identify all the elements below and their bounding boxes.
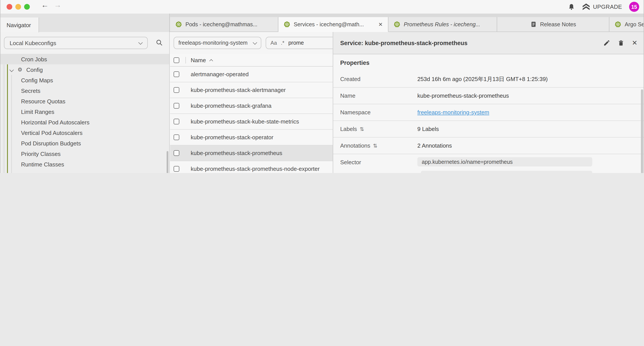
kubernetes-icon	[284, 21, 290, 27]
resource-tree: Cron Jobs ⚙ Config Config Maps	[0, 54, 169, 173]
row-checkbox[interactable]	[174, 119, 179, 124]
row-checkbox[interactable]	[174, 134, 179, 140]
maximize-window-button[interactable]	[24, 4, 30, 10]
property-row-namespace: Namespace freeleaps-monitoring-system	[333, 104, 644, 121]
row-checkbox[interactable]	[174, 166, 179, 172]
sort-toggle-icon[interactable]: ⇅	[373, 143, 377, 149]
sidebar-item[interactable]: Limit Ranges	[0, 106, 169, 117]
sidebar-item[interactable]: Cron Jobs	[0, 54, 169, 64]
tree-item-label: Config Maps	[21, 77, 53, 83]
cluster-tab[interactable]: Argo Se	[609, 17, 644, 32]
name-column-header[interactable]: Name	[191, 57, 206, 63]
cluster-tab[interactable]: Services - icecheng@math... ✕	[278, 17, 388, 32]
cluster-tab[interactable]: Release Notes	[497, 17, 609, 32]
search-icon[interactable]	[156, 39, 163, 46]
row-checkbox[interactable]	[174, 87, 179, 93]
close-icon[interactable]: ✕	[632, 39, 638, 47]
selector-chip[interactable]: operator.prometheus.io/name=kube-prometh…	[421, 171, 592, 173]
double-chevron-up-icon	[582, 3, 590, 10]
sidebar-item[interactable]: Leases	[0, 169, 169, 173]
app-window: ← → UPGRADE 15 Navigator	[0, 0, 644, 173]
tab-navigator[interactable]: Navigator	[0, 17, 39, 32]
header-divider	[186, 57, 186, 63]
property-row-labels: Labels⇅ 9 Labels	[333, 121, 644, 137]
tree-item-label: Runtime Classes	[21, 161, 64, 168]
tab-label: Release Notes	[540, 21, 576, 27]
tree-item-label: Vertical Pod Autoscalers	[21, 129, 82, 136]
sidebar-item[interactable]: Resource Quotas	[0, 96, 169, 106]
drawer-scrollbar[interactable]	[641, 89, 643, 173]
tree-chevron-icon[interactable]	[9, 68, 14, 71]
close-tab-icon[interactable]: ✕	[378, 21, 383, 27]
close-window-button[interactable]	[6, 4, 12, 10]
drawer-title: Service: kube-prometheus-stack-prometheu…	[340, 40, 468, 46]
row-checkbox[interactable]	[174, 150, 179, 156]
sidebar-item[interactable]: Secrets	[0, 85, 169, 96]
regex-toggle[interactable]: .*	[281, 40, 284, 46]
drawer-header: Service: kube-prometheus-stack-prometheu…	[333, 32, 644, 54]
kubeconfig-select[interactable]: Local Kubeconfigs	[4, 37, 148, 49]
sidebar-scrollbar[interactable]	[166, 151, 168, 173]
service-name: kube-prometheus-stack-alertmanager	[191, 87, 286, 93]
navigator-sidebar: Local Kubeconfigs	[0, 32, 170, 173]
forward-arrow-icon[interactable]: →	[54, 1, 62, 10]
sidebar-item[interactable]: Priority Classes	[0, 148, 169, 159]
cluster-tab[interactable]: Prometheus Rules - icecheng...	[388, 17, 497, 32]
tab-label: Argo Se	[625, 21, 644, 27]
property-row-annotations: Annotations⇅ 2 Annotations	[333, 137, 644, 154]
properties-section-heading: Properties	[333, 54, 644, 71]
tree-item-icon: ⚙	[17, 66, 23, 73]
sidebar-item[interactable]: Runtime Classes	[0, 159, 169, 169]
tree-item-label: Resource Quotas	[21, 98, 65, 104]
minimize-window-button[interactable]	[15, 4, 21, 10]
sidebar-item[interactable]: Horizontal Pod Autoscalers	[0, 117, 169, 127]
chevron-down-icon	[138, 40, 143, 44]
property-row-created: Created 253d 16h 6m ago (2025年1月13日 GMT+…	[333, 71, 644, 88]
property-row-selector: Selector app.kubernetes.io/name=promethe…	[333, 154, 644, 173]
cluster-tab[interactable]: Pods - icecheng@mathmas...	[170, 17, 278, 32]
search-input[interactable]: Aa .* prome	[266, 37, 340, 49]
kubernetes-icon	[394, 21, 400, 27]
property-row-name: Name kube-prometheus-stack-prometheus	[333, 88, 644, 104]
select-all-checkbox[interactable]	[174, 57, 179, 63]
service-name: kube-prometheus-stack-kube-state-metrics	[191, 118, 299, 125]
notifications-bell-icon[interactable]	[568, 3, 575, 11]
search-query: prome	[288, 40, 304, 46]
tree-item-label: Config	[26, 66, 43, 73]
tree-item-label: Priority Classes	[21, 150, 61, 157]
tab-label: Pods - icecheng@mathmas...	[186, 21, 257, 27]
service-name: kube-prometheus-stack-grafana	[191, 102, 272, 109]
sidebar-item[interactable]: Vertical Pod Autoscalers	[0, 127, 169, 138]
selector-chip[interactable]: app.kubernetes.io/name=prometheus	[417, 157, 592, 166]
service-name: alertmanager-operated	[191, 71, 249, 77]
labels-count[interactable]: 9 Labels	[417, 126, 439, 132]
chevron-down-icon	[253, 40, 257, 44]
sort-ascending-icon[interactable]	[209, 59, 213, 63]
tab-label: Services - icecheng@math...	[294, 21, 364, 27]
sort-toggle-icon[interactable]: ⇅	[360, 126, 364, 132]
service-detail-drawer: Service: kube-prometheus-stack-prometheu…	[333, 32, 644, 173]
tree-item-label: Secrets	[21, 87, 40, 94]
upgrade-button[interactable]: UPGRADE	[582, 3, 622, 10]
edit-pencil-icon[interactable]	[604, 39, 610, 46]
match-case-toggle[interactable]: Aa	[270, 40, 277, 46]
back-arrow-icon[interactable]: ←	[41, 1, 49, 10]
tab-bar: Navigator Pods - icecheng@mathmas...	[0, 13, 644, 32]
service-name: kube-prometheus-stack-prometheus	[191, 150, 282, 156]
sidebar-item[interactable]: Config Maps	[0, 75, 169, 85]
tree-item-label: Limit Ranges	[21, 108, 54, 115]
kubernetes-icon	[175, 21, 182, 27]
drawer-content: Properties Created 253d 16h 6m ago (2025…	[333, 54, 644, 173]
service-name: kube-prometheus-stack-prometheus-node-ex…	[191, 166, 320, 172]
kubernetes-icon	[615, 21, 621, 27]
annotations-count[interactable]: 2 Annotations	[417, 142, 452, 149]
delete-trash-icon[interactable]	[618, 39, 624, 46]
namespace-select[interactable]: freeleaps-monitoring-system	[174, 37, 261, 49]
row-checkbox[interactable]	[174, 71, 179, 77]
sidebar-item[interactable]: ⚙ Config	[0, 64, 169, 75]
notification-count-badge[interactable]: 15	[629, 2, 639, 12]
sidebar-item[interactable]: Pod Disruption Budgets	[0, 138, 169, 148]
namespace-link[interactable]: freeleaps-monitoring-system	[417, 109, 489, 116]
tree-item-label: Horizontal Pod Autoscalers	[21, 119, 90, 125]
row-checkbox[interactable]	[174, 103, 179, 109]
